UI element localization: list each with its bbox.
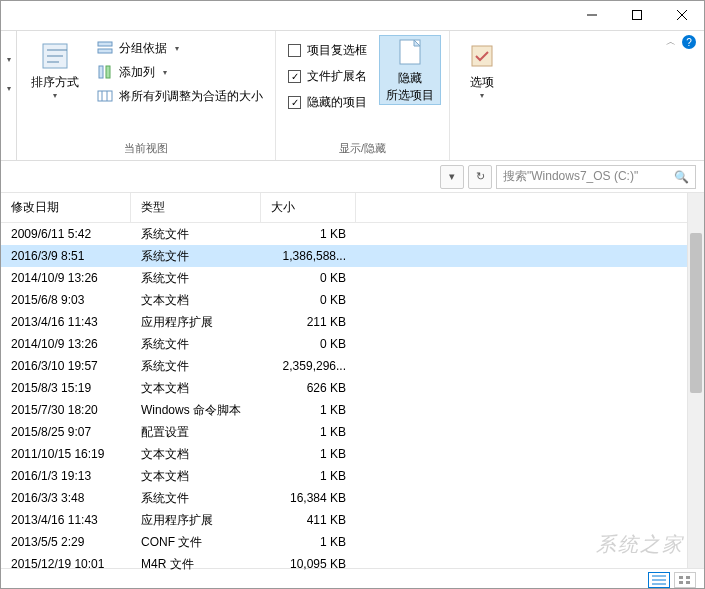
cell-type: 文本文档 (131, 292, 261, 309)
table-row[interactable]: 2013/4/16 11:43应用程序扩展211 KB (1, 311, 687, 333)
cell-type: 系统文件 (131, 336, 261, 353)
dropdown-icon[interactable]: ▾ (7, 84, 11, 93)
cell-type: 系统文件 (131, 358, 261, 375)
cell-size: 1 KB (261, 447, 356, 461)
search-input[interactable]: 搜索"Windows7_OS (C:)" 🔍 (496, 165, 696, 189)
add-column-button[interactable]: 添加列 ▾ (93, 61, 267, 83)
cell-date: 2013/5/5 2:29 (1, 535, 131, 549)
table-row[interactable]: 2013/5/5 2:29CONF 文件1 KB (1, 531, 687, 553)
cell-type: 应用程序扩展 (131, 512, 261, 529)
minimize-button[interactable] (569, 1, 614, 29)
ribbon-group-show-hide: 项目复选框 ✓ 文件扩展名 ✓ 隐藏的项目 隐藏 所选项目 显示/隐藏 (276, 31, 450, 160)
cell-size: 1 KB (261, 227, 356, 241)
ribbon-group-label (458, 142, 506, 158)
svg-rect-23 (679, 581, 683, 584)
hide-icon (394, 36, 426, 68)
column-header-date[interactable]: 修改日期 (1, 193, 131, 222)
ribbon-left-stub: ▾ ▾ (1, 31, 17, 160)
hide-selected-label-1: 隐藏 (398, 70, 422, 87)
cell-type: 系统文件 (131, 248, 261, 265)
cell-size: 0 KB (261, 271, 356, 285)
ribbon-help-area: ︿ ? (666, 35, 696, 49)
table-row[interactable]: 2016/1/3 19:13文本文档1 KB (1, 465, 687, 487)
column-header-type[interactable]: 类型 (131, 193, 261, 222)
group-by-button[interactable]: 分组依据 ▾ (93, 37, 267, 59)
svg-rect-9 (98, 49, 112, 53)
cell-size: 211 KB (261, 315, 356, 329)
table-row[interactable]: 2016/3/9 8:51系统文件1,386,588... (1, 245, 687, 267)
cell-date: 2013/4/16 11:43 (1, 513, 131, 527)
dropdown-icon: ▾ (163, 68, 167, 77)
table-row[interactable]: 2011/10/15 16:19文本文档1 KB (1, 443, 687, 465)
cell-size: 1,386,588... (261, 249, 356, 263)
options-label: 选项 (470, 74, 494, 91)
file-list: 修改日期 类型 大小 2009/6/11 5:42系统文件1 KB2016/3/… (1, 193, 687, 568)
scrollbar[interactable] (687, 193, 704, 568)
svg-rect-11 (106, 66, 110, 78)
add-column-label: 添加列 (119, 64, 155, 81)
cell-size: 626 KB (261, 381, 356, 395)
options-icon (466, 40, 498, 72)
fit-columns-button[interactable]: 将所有列调整为合适的大小 (93, 85, 267, 107)
options-button[interactable]: 选项 ▾ (458, 35, 506, 105)
cell-date: 2016/1/3 19:13 (1, 469, 131, 483)
refresh-icon: ↻ (476, 170, 485, 183)
column-header-size[interactable]: 大小 (261, 193, 356, 222)
table-row[interactable]: 2015/12/19 10:01M4R 文件10,095 KB (1, 553, 687, 575)
file-extensions-toggle[interactable]: ✓ 文件扩展名 (288, 65, 367, 87)
sort-by-button[interactable]: 排序方式 ▾ (25, 35, 85, 105)
close-button[interactable] (659, 1, 704, 29)
cell-date: 2014/10/9 13:26 (1, 337, 131, 351)
column-headers: 修改日期 类型 大小 (1, 193, 687, 223)
dropdown-icon[interactable]: ▾ (7, 55, 11, 64)
content-area: 修改日期 类型 大小 2009/6/11 5:42系统文件1 KB2016/3/… (1, 193, 704, 568)
hide-selected-button[interactable]: 隐藏 所选项目 (379, 35, 441, 105)
table-row[interactable]: 2014/10/9 13:26系统文件0 KB (1, 333, 687, 355)
dropdown-icon: ▾ (175, 44, 179, 53)
hidden-items-label: 隐藏的项目 (307, 94, 367, 111)
dropdown-button[interactable]: ▾ (440, 165, 464, 189)
hidden-items-toggle[interactable]: ✓ 隐藏的项目 (288, 91, 367, 113)
cell-size: 0 KB (261, 337, 356, 351)
cell-date: 2015/12/19 10:01 (1, 557, 131, 571)
help-icon[interactable]: ? (682, 35, 696, 49)
search-placeholder: 搜索"Windows7_OS (C:)" (503, 168, 638, 185)
table-row[interactable]: 2016/3/10 19:57系统文件2,359,296... (1, 355, 687, 377)
table-row[interactable]: 2015/7/30 18:20Windows 命令脚本1 KB (1, 399, 687, 421)
table-row[interactable]: 2016/3/3 3:48系统文件16,384 KB (1, 487, 687, 509)
file-rows: 2009/6/11 5:42系统文件1 KB2016/3/9 8:51系统文件1… (1, 223, 687, 575)
group-by-label: 分组依据 (119, 40, 167, 57)
cell-date: 2016/3/3 3:48 (1, 491, 131, 505)
ribbon-group-options: 选项 ▾ (450, 31, 514, 160)
svg-rect-17 (472, 46, 492, 66)
item-checkboxes-toggle[interactable]: 项目复选框 (288, 39, 367, 61)
titlebar (1, 1, 704, 31)
cell-size: 1 KB (261, 403, 356, 417)
cell-date: 2014/10/9 13:26 (1, 271, 131, 285)
ribbon-group-label: 当前视图 (25, 139, 267, 158)
sort-icon (39, 40, 71, 72)
svg-rect-21 (679, 576, 683, 579)
ribbon: ︿ ? ▾ ▾ 排序方式 ▾ 分组依据 ▾ (1, 31, 704, 161)
table-row[interactable]: 2009/6/11 5:42系统文件1 KB (1, 223, 687, 245)
ribbon-collapse-icon[interactable]: ︿ (666, 35, 676, 49)
fit-columns-label: 将所有列调整为合适的大小 (119, 88, 263, 105)
item-checkboxes-label: 项目复选框 (307, 42, 367, 59)
table-row[interactable]: 2013/4/16 11:43应用程序扩展411 KB (1, 509, 687, 531)
sort-by-label: 排序方式 (31, 74, 79, 91)
scrollbar-thumb[interactable] (690, 233, 702, 393)
cell-size: 411 KB (261, 513, 356, 527)
table-row[interactable]: 2015/8/25 9:07配置设置1 KB (1, 421, 687, 443)
cell-size: 16,384 KB (261, 491, 356, 505)
cell-type: 应用程序扩展 (131, 314, 261, 331)
table-row[interactable]: 2015/6/8 9:03文本文档0 KB (1, 289, 687, 311)
table-row[interactable]: 2015/8/3 15:19文本文档626 KB (1, 377, 687, 399)
ribbon-group-label: 显示/隐藏 (284, 139, 441, 158)
checkbox-unchecked-icon (288, 44, 301, 57)
refresh-button[interactable]: ↻ (468, 165, 492, 189)
group-icon (97, 40, 113, 56)
maximize-button[interactable] (614, 1, 659, 29)
cell-type: Windows 命令脚本 (131, 402, 261, 419)
table-row[interactable]: 2014/10/9 13:26系统文件0 KB (1, 267, 687, 289)
cell-type: 文本文档 (131, 380, 261, 397)
